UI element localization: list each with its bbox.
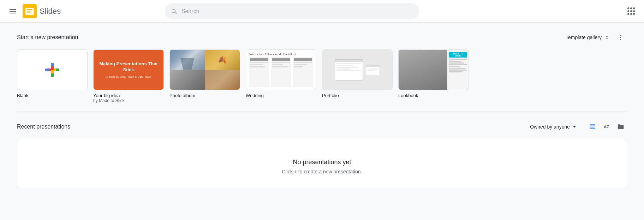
lookbook-photo [399,50,447,90]
svg-point-5 [620,35,621,36]
photo-bridge-cell [170,50,205,70]
template-gallery-button[interactable]: Template gallery [563,33,613,42]
more-options-button[interactable] [614,31,627,44]
logo-area: Slides [23,4,61,18]
photo-yellow-cell [205,50,240,70]
lookbook-badge: INSIDER'S GUIDE [449,52,467,58]
wedding-col-1 [249,57,269,87]
template-blank-name: Blank [17,93,88,98]
svg-point-6 [620,37,621,38]
template-portfolio-name: Portfolio [322,93,393,98]
search-icon [171,8,177,15]
photo-table-cell [205,70,240,90]
owned-by-label: Owned by anyone [530,124,570,130]
apps-grid-button[interactable] [624,4,638,18]
template-photo-album-name: Photo album [169,93,240,98]
more-vert-icon [617,34,624,41]
wedding-thumb-title: Join us for a full weekend of activities… [249,53,313,56]
slides-logo-icon [23,4,37,18]
dropdown-arrow-icon [571,124,578,130]
template-portfolio[interactable]: Portfolio [322,49,393,103]
divider [17,112,627,112]
app-name: Slides [40,7,61,16]
main-content: Start a new presentation Template galler… [0,23,644,197]
svg-rect-9 [590,126,595,126]
unfold-more-icon [604,34,610,41]
template-big-idea-name: Your big idea [93,93,164,98]
hamburger-menu-button[interactable] [6,4,20,18]
svg-rect-3 [27,11,30,12]
template-blank[interactable]: Blank [17,49,88,103]
svg-rect-8 [590,124,595,125]
recent-header: Recent presentations Owned by anyone AZ [17,120,627,133]
list-view-icon [589,123,596,130]
photo-album-thumb [169,49,240,90]
svg-rect-2 [27,9,32,10]
template-gallery-label: Template gallery [566,35,602,40]
lookbook-text: INSIDER'S GUIDE [447,50,469,90]
search-input[interactable] [181,8,413,14]
svg-rect-10 [590,127,595,127]
empty-state-subtitle: Click + to create a new presentation. [282,169,362,174]
portfolio-big-screen [335,59,363,81]
lookbook-thumb: INSIDER'S GUIDE [398,49,469,90]
empty-state: No presentations yet Click + to create a… [17,139,627,188]
big-idea-thumb-sub: A guide by Chip Heath & Dan Heath [106,75,151,78]
wedding-thumb: Join us for a full weekend of activities… [246,49,316,90]
wedding-col-3 [293,57,313,87]
template-big-idea[interactable]: Making Presentations That Stick A guide … [93,49,164,103]
svg-text:AZ: AZ [604,124,609,129]
hamburger-icon [10,8,16,14]
view-icons: AZ [586,120,627,133]
template-lookbook-name: Lookbook [398,93,469,98]
start-section-header: Start a new presentation Template galler… [17,31,627,44]
start-section-title: Start a new presentation [17,34,78,41]
portfolio-small-screen [366,65,380,75]
big-idea-thumb-title: Making Presentations That Stick [98,61,159,73]
folder-icon [617,123,624,130]
wedding-cols [249,57,313,87]
templates-grid: Blank Making Presentations That Stick A … [17,49,627,103]
sort-icon: AZ [603,123,610,130]
big-idea-thumb: Making Presentations That Stick A guide … [93,49,164,90]
photo-gray-cell [170,70,205,90]
template-wedding[interactable]: Join us for a full weekend of activities… [246,49,316,103]
svg-point-7 [620,39,621,40]
plus-icon [45,63,59,77]
wedding-col-2 [271,57,291,87]
portfolio-thumb [322,49,393,90]
sort-button[interactable]: AZ [600,120,613,133]
svg-rect-11 [590,128,595,129]
template-lookbook[interactable]: INSIDER'S GUIDE Lookbook [398,49,469,103]
top-nav: Slides [0,0,644,23]
search-bar [165,3,419,19]
template-photo-album[interactable]: Photo album [169,49,240,103]
blank-thumb [17,49,88,90]
svg-rect-4 [27,12,31,13]
recent-title: Recent presentations [17,124,70,130]
empty-state-title: No presentations yet [293,159,351,166]
owned-by-button[interactable]: Owned by anyone [527,122,580,131]
folder-button[interactable] [614,120,627,133]
template-big-idea-subname: by Made to Stick [93,98,164,103]
nav-right [624,4,638,18]
list-view-button[interactable] [586,120,599,133]
recent-controls: Owned by anyone AZ [527,120,627,133]
template-wedding-name: Wedding [246,93,316,98]
grid-dots-icon [627,7,635,15]
